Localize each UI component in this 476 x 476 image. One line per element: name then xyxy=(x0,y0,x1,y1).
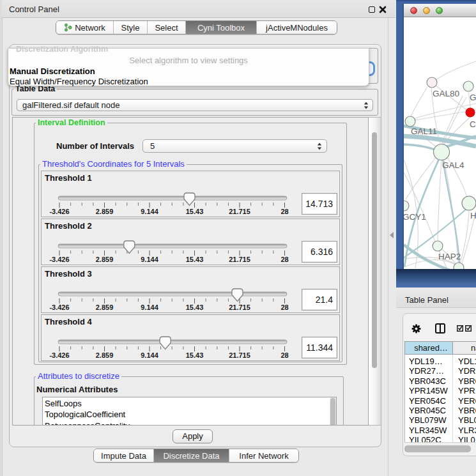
svg-text:2.859: 2.859 xyxy=(96,256,114,263)
svg-text:21.715: 21.715 xyxy=(229,208,250,215)
svg-text:9.144: 9.144 xyxy=(141,351,158,359)
svg-text:H: H xyxy=(470,211,476,220)
svg-text:2.859: 2.859 xyxy=(96,208,114,215)
svg-text:15.43: 15.43 xyxy=(186,256,204,263)
svg-text:21.715: 21.715 xyxy=(229,303,250,311)
svg-text:28: 28 xyxy=(280,208,288,215)
svg-text:9.144: 9.144 xyxy=(141,256,158,263)
svg-text:2.859: 2.859 xyxy=(96,303,114,311)
svg-text:-3.426: -3.426 xyxy=(49,256,69,263)
svg-text:28: 28 xyxy=(280,256,288,263)
svg-text:-3.426: -3.426 xyxy=(49,351,69,359)
svg-text:9.144: 9.144 xyxy=(141,208,158,215)
svg-text:9.144: 9.144 xyxy=(141,303,158,311)
svg-text:GA: GA xyxy=(470,93,476,102)
svg-text:21.715: 21.715 xyxy=(229,256,250,263)
svg-text:C: C xyxy=(470,119,476,129)
svg-text:GAL11: GAL11 xyxy=(411,127,437,136)
svg-text:28: 28 xyxy=(280,303,288,311)
svg-text:15.43: 15.43 xyxy=(186,303,204,311)
svg-text:GAL4: GAL4 xyxy=(442,160,464,170)
svg-text:GAL80: GAL80 xyxy=(433,89,459,98)
svg-text:HAP2: HAP2 xyxy=(438,252,461,261)
svg-text:28: 28 xyxy=(280,351,288,359)
svg-text:-3.426: -3.426 xyxy=(49,208,69,215)
svg-text:15.43: 15.43 xyxy=(186,208,204,215)
svg-text:GCY1: GCY1 xyxy=(404,212,426,222)
svg-text:-3.426: -3.426 xyxy=(49,303,69,311)
svg-text:15.43: 15.43 xyxy=(186,351,204,359)
svg-text:21.715: 21.715 xyxy=(229,351,250,359)
svg-text:2.859: 2.859 xyxy=(96,351,114,359)
